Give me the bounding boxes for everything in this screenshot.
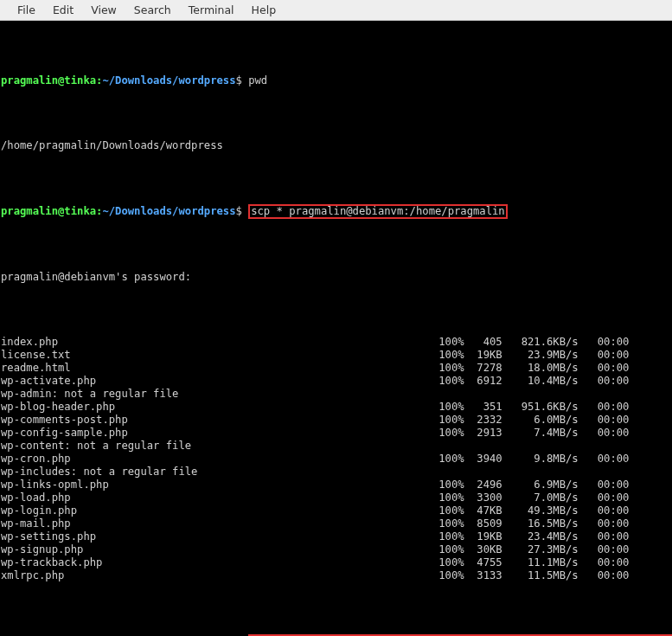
scp-progress-row: wp-settings.php 100% 19KB 23.4MB/s 00:00: [1, 530, 671, 543]
scp-progress-row: index.php 100% 405 821.6KB/s 00:00: [1, 336, 671, 349]
menu-search[interactable]: Search: [125, 1, 180, 19]
menu-help[interactable]: Help: [243, 1, 285, 19]
prompt-dollar: $: [236, 74, 242, 87]
scp-progress-row: wp-config-sample.php 100% 2913 7.4MB/s 0…: [1, 427, 671, 440]
scp-progress-row: wp-blog-header.php 100% 351 951.6KB/s 00…: [1, 401, 671, 414]
scp-progress-row: wp-content: not a regular file: [1, 440, 671, 453]
prompt-userhost: pragmalin@tinka: [1, 205, 96, 217]
prompt-userhost: pragmalin@tinka: [1, 74, 96, 87]
menu-view[interactable]: View: [82, 1, 125, 19]
scp-progress-block: index.php 100% 405 821.6KB/s 00:00licens…: [1, 336, 671, 582]
menu-terminal[interactable]: Terminal: [180, 1, 243, 19]
scp-progress-row: wp-links-opml.php 100% 2496 6.9MB/s 00:0…: [1, 479, 671, 491]
prompt-dollar: $: [236, 205, 242, 217]
scp-progress-row: xmlrpc.php 100% 3133 11.5MB/s 00:00: [1, 569, 671, 582]
cmd-pwd: pwd: [248, 74, 267, 87]
scp-progress-row: wp-login.php 100% 47KB 49.3MB/s 00:00: [1, 504, 671, 517]
scp-progress-row: readme.html 100% 7278 18.0MB/s 00:00: [1, 362, 671, 375]
scp-progress-row: wp-signup.php 100% 30KB 27.3MB/s 00:00: [1, 543, 671, 556]
scp-progress-row: wp-load.php 100% 3300 7.0MB/s 00:00: [1, 491, 671, 504]
terminal-output[interactable]: pragmalin@tinka:~/Downloads/wordpress$ p…: [0, 21, 672, 636]
menu-file[interactable]: File: [9, 1, 44, 19]
menu-bar: File Edit View Search Terminal Help: [0, 0, 672, 21]
scp-progress-row: wp-admin: not a regular file: [1, 388, 671, 401]
cmd-scp: scp * pragmalin@debianvm:/home/pragmalin: [251, 205, 505, 217]
prompt-line-1: pragmalin@tinka:~/Downloads/wordpress$ p…: [1, 74, 671, 87]
scp-progress-row: wp-includes: not a regular file: [1, 466, 671, 479]
scp-progress-row: wp-mail.php 100% 8509 16.5MB/s 00:00: [1, 517, 671, 530]
prompt-cwd: ~/Downloads/wordpress: [102, 74, 235, 87]
prompt-cwd: ~/Downloads/wordpress: [102, 205, 235, 217]
prompt-line-2: pragmalin@tinka:~/Downloads/wordpress$ s…: [1, 204, 671, 219]
menu-edit[interactable]: Edit: [44, 1, 82, 19]
scp-progress-row: license.txt 100% 19KB 23.9MB/s 00:00: [1, 349, 671, 362]
highlight-box-1: scp * pragmalin@debianvm:/home/pragmalin: [248, 204, 508, 219]
password-prompt-1: pragmalin@debianvm's password:: [1, 271, 671, 284]
scp-progress-row: wp-comments-post.php 100% 2332 6.0MB/s 0…: [1, 414, 671, 427]
scp-progress-row: wp-trackback.php 100% 4755 11.1MB/s 00:0…: [1, 556, 671, 569]
pwd-output: /home/pragmalin/Downloads/wordpress: [1, 139, 671, 152]
scp-progress-row: wp-activate.php 100% 6912 10.4MB/s 00:00: [1, 375, 671, 388]
scp-progress-row: wp-cron.php 100% 3940 9.8MB/s 00:00: [1, 453, 671, 466]
